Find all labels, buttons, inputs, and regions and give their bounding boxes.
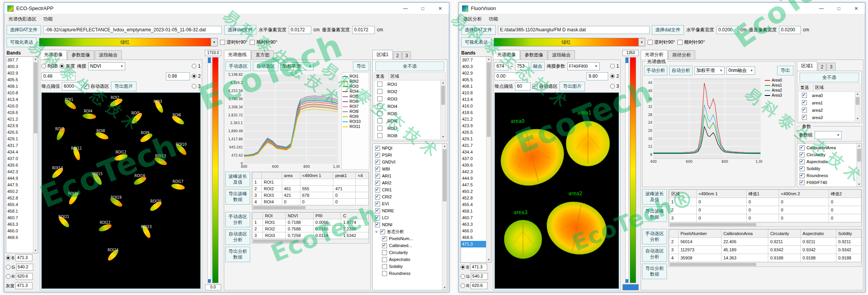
h-pixel-input[interactable] xyxy=(716,26,738,34)
parameter-checkbox[interactable] xyxy=(375,153,380,158)
band-item[interactable]: 460.7 xyxy=(461,215,486,221)
band-item[interactable]: 458.1 xyxy=(6,208,33,215)
band-item[interactable]: 439.6 xyxy=(6,162,33,169)
region-row[interactable]: ROI1 xyxy=(374,80,440,88)
parameter-row[interactable]: Circularity xyxy=(373,249,442,256)
band-item[interactable]: 400.3 xyxy=(461,63,486,70)
region-checkbox[interactable] xyxy=(802,93,807,98)
band-item[interactable]: 444.9 xyxy=(6,175,33,182)
leaf-image-view[interactable]: area0area1area2area3 xyxy=(495,92,619,289)
band-item[interactable]: 408.1 xyxy=(461,83,486,90)
merge-button[interactable]: 融合 xyxy=(531,62,545,71)
region-checkbox[interactable] xyxy=(802,115,807,120)
tab-spectral-image[interactable]: 光谱图像 xyxy=(40,50,67,60)
band-item[interactable]: 463.3 xyxy=(6,221,33,228)
manual-region-button[interactable]: 手动选区 xyxy=(225,61,251,71)
band-from-input[interactable] xyxy=(495,62,508,70)
parameter-row[interactable]: NDRE xyxy=(373,207,442,214)
manual-region-analysis-button[interactable]: 手动选区 分析 xyxy=(642,229,667,244)
band-item[interactable]: 447.5 xyxy=(461,182,486,188)
parameter-row[interactable]: CRI2 xyxy=(373,193,442,200)
export-peak-button[interactable]: 导出波峰 数据 xyxy=(225,189,250,205)
export-image-button[interactable]: 导出图片 xyxy=(559,82,585,91)
legend-item[interactable]: ROI9 xyxy=(343,114,368,119)
legend-item[interactable]: ROI1 xyxy=(343,74,368,78)
band-item-selected[interactable]: 471.3 xyxy=(461,241,486,247)
band-item[interactable]: 463.3 xyxy=(461,221,486,228)
region-checkbox[interactable] xyxy=(377,133,382,138)
export-peak-button[interactable]: 导出波峰 数据 xyxy=(642,206,667,222)
range-slider[interactable] xyxy=(625,57,629,283)
band-item[interactable]: 442.3 xyxy=(461,169,486,175)
band-item[interactable]: 423.9 xyxy=(461,123,486,129)
dat-path-input[interactable] xyxy=(43,26,222,34)
peak-table-hscrollbar[interactable] xyxy=(252,205,369,210)
band-item[interactable]: 397.7 xyxy=(461,57,486,63)
band-item[interactable]: 431.7 xyxy=(461,142,486,149)
bands-scrollbar[interactable]: ▲▼ xyxy=(33,57,38,253)
band-item[interactable]: 455.4 xyxy=(6,201,33,208)
legend-item[interactable]: Area1 xyxy=(765,83,793,87)
tab-band-fusion[interactable]: 波段融合 xyxy=(95,50,122,60)
region-checkbox[interactable] xyxy=(377,118,382,123)
band-item[interactable]: 452.8 xyxy=(6,195,33,201)
channel-r-radio[interactable] xyxy=(6,274,10,279)
legend-item[interactable]: ROI7 xyxy=(343,104,368,109)
table-row[interactable]: 2ROI2461 555471 xyxy=(252,186,369,192)
band-item[interactable]: 437.0 xyxy=(6,155,33,162)
band-item[interactable]: 450.2 xyxy=(461,188,486,195)
band-item[interactable]: 421.2 xyxy=(6,116,33,123)
h-pixel-input[interactable] xyxy=(289,26,311,34)
region-scrollbar[interactable]: ▲▼ xyxy=(440,80,445,139)
mask-param-select[interactable]: F740/F800 ▼ xyxy=(567,62,600,70)
band-item[interactable]: 439.6 xyxy=(461,162,486,169)
band-item[interactable]: 402.9 xyxy=(6,70,33,77)
channel-r-radio[interactable] xyxy=(460,283,465,288)
bands-list[interactable]: 397.7400.3402.9405.5408.1410.8413.4416.0… xyxy=(460,56,491,263)
tab-path-analysis[interactable]: 路径分析 xyxy=(668,50,695,60)
parameter-checkbox[interactable] xyxy=(382,236,387,241)
parameters-scrollbar[interactable]: ▲▼ xyxy=(856,143,861,187)
parameter-checkbox[interactable] xyxy=(382,257,387,262)
analysis-table[interactable]: PixelsNumber CalibrationAreaCircularity … xyxy=(669,229,861,262)
parameter-checkbox[interactable] xyxy=(375,160,380,165)
region-row[interactable]: ROI3 xyxy=(374,95,440,102)
merge-select[interactable]: 0nm融合 ▼ xyxy=(726,67,755,75)
smoothing-select[interactable]: 加权平滑 ▼ xyxy=(694,67,725,75)
parameter-row[interactable]: ARI2 xyxy=(373,179,442,186)
auto-region-analysis-button[interactable]: 自动选区 分析 xyxy=(642,246,667,262)
peak-table[interactable]: 区域<490nm 1 峰值1<490nm 2 峰值2 100 00 2 xyxy=(669,189,861,222)
parameter-row[interactable]: Aspectratio xyxy=(373,256,442,263)
tab-region-2[interactable]: 2 xyxy=(393,51,402,60)
threshold-low-input[interactable] xyxy=(41,72,75,80)
tab-region-2[interactable]: 2 xyxy=(818,63,827,71)
rgb-radio-option[interactable]: RGB xyxy=(41,63,58,69)
threshold-high-input[interactable] xyxy=(587,72,608,80)
parameter-checkbox[interactable] xyxy=(375,201,380,206)
parameter-row[interactable]: Circularity xyxy=(798,151,856,158)
parameter-checkbox[interactable] xyxy=(800,173,805,178)
band-item[interactable]: 429.1 xyxy=(461,136,486,142)
tab-parameter-image[interactable]: 参数图像 xyxy=(67,50,94,60)
parameter-row[interactable]: PixelsNum... xyxy=(373,235,442,242)
mask-select[interactable]: NDVI ▼ xyxy=(88,62,125,70)
cw-checkbox-box[interactable] xyxy=(250,40,255,45)
tree-expander-icon[interactable]: ∨ xyxy=(375,230,378,234)
region-checkbox[interactable] xyxy=(377,89,382,94)
close-button[interactable]: ✕ xyxy=(431,3,449,14)
bands-scrollbar[interactable]: ▲▼ xyxy=(486,57,491,262)
band-item[interactable]: 431.7 xyxy=(6,142,33,149)
radio-option-3[interactable]: 3 xyxy=(192,84,201,89)
table-row[interactable]: 1ROI10.7188 0.00661.9774 xyxy=(252,219,369,226)
parameter-checkbox[interactable] xyxy=(800,166,805,171)
band-item[interactable]: 434.4 xyxy=(6,149,33,155)
threshold-low-input[interactable] xyxy=(495,72,523,80)
analysis-table[interactable]: ROI NDVIPRI C 1ROI10.7188 0.00661.9774 xyxy=(252,212,369,239)
tab-region-3[interactable]: 3 xyxy=(827,63,836,71)
parameter-checkbox[interactable] xyxy=(800,180,805,185)
peak-wavelength-button[interactable]: 波峰波长 及值 xyxy=(225,172,250,187)
noise-threshold-input[interactable] xyxy=(515,82,530,90)
legend-item[interactable]: ROI2 xyxy=(343,79,368,84)
v-pixel-input[interactable] xyxy=(352,26,375,34)
parameter-checkbox[interactable] xyxy=(800,152,805,157)
